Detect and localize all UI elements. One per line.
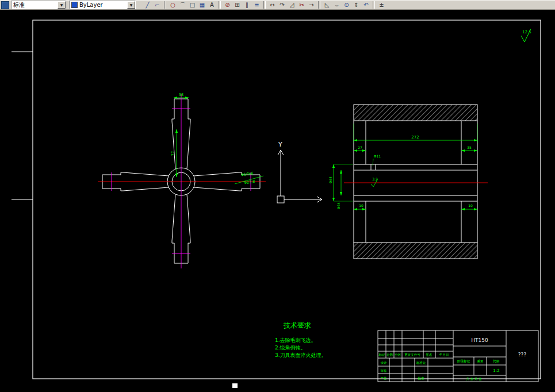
dim-16h6[interactable]: Φ16h6 bbox=[240, 171, 254, 178]
rotate-icon[interactable]: ↷ bbox=[277, 1, 287, 9]
layer-combo-dropdown-arrow[interactable]: ▼ bbox=[127, 1, 135, 9]
trim-icon[interactable]: ✂ bbox=[297, 1, 307, 9]
pan-icon[interactable]: ⇕ bbox=[351, 1, 361, 9]
fillet-icon[interactable]: ⌣ bbox=[332, 1, 342, 9]
cross-centerlines bbox=[98, 94, 266, 268]
circle-icon[interactable]: ○ bbox=[168, 1, 178, 9]
arc-icon[interactable]: ⌒ bbox=[178, 1, 187, 9]
dim-10-left[interactable]: 10 bbox=[359, 203, 363, 207]
tech-requirements-title: 技术要求 bbox=[283, 321, 311, 329]
role-review: 审核 bbox=[381, 369, 388, 372]
tech-requirement-item: 3.刀具表面淬火处理。 bbox=[275, 352, 327, 358]
cross-journal-view[interactable]: 38 77 Φ16h6 Φ22.8 bbox=[98, 93, 266, 268]
extend-icon[interactable]: → bbox=[307, 1, 316, 9]
text-icon[interactable]: A bbox=[207, 1, 217, 9]
technical-requirements: 技术要求 1.去除毛刺飞边。 2.锐角倒钝。 3.刀具表面淬火处理。 bbox=[275, 321, 327, 358]
copy-icon[interactable]: ⊞ bbox=[232, 1, 242, 9]
style-combo[interactable]: 标准 ▼ bbox=[11, 1, 66, 9]
layer-combo-value: ByLayer bbox=[79, 1, 103, 9]
roller-geometry[interactable] bbox=[354, 105, 477, 259]
zoom-icon[interactable]: ⊙ bbox=[342, 1, 351, 9]
title-block-grid bbox=[378, 330, 538, 382]
dim-44[interactable]: Φ44 bbox=[336, 202, 340, 210]
tech-requirement-item: 2.锐角倒钝。 bbox=[275, 345, 306, 351]
part-name-text: ??? bbox=[518, 352, 527, 358]
toolbar-separator bbox=[373, 1, 375, 9]
measure-icon[interactable]: ± bbox=[377, 1, 386, 9]
roller-dimensions[interactable]: 272 27 Φ11 35 Φ64 Φ44 3.2 10 10 bbox=[328, 124, 477, 209]
style-combo-value: 标准 bbox=[13, 1, 25, 9]
header-mark: 标记 bbox=[378, 353, 386, 357]
hatch-icon[interactable]: ▦ bbox=[197, 1, 207, 9]
offset-icon[interactable]: ≡ bbox=[252, 1, 262, 9]
dim-38[interactable]: 38 bbox=[179, 93, 183, 97]
sheet-bottom-mark bbox=[232, 383, 238, 388]
toolbar-separator bbox=[263, 1, 266, 9]
drawing-area[interactable]: 12.5 38 bbox=[0, 10, 555, 392]
chamfer-icon[interactable]: ◺ bbox=[322, 1, 332, 9]
style-combo-dropdown-arrow[interactable]: ▼ bbox=[58, 1, 66, 9]
undo-icon[interactable]: ↶ bbox=[361, 1, 371, 9]
scale-icon[interactable]: ◿ bbox=[287, 1, 297, 9]
bylayer-color-swatch bbox=[71, 2, 78, 8]
dim-11[interactable]: Φ11 bbox=[374, 154, 381, 158]
title-block[interactable]: 标记 处数 分区 更改文件号 签名 年月日 设计 标准化 审核 工艺 批准 阶段… bbox=[378, 330, 538, 382]
role-process: 工艺 bbox=[381, 376, 388, 380]
toolbar-separator bbox=[318, 1, 320, 9]
bottom-hatch-band bbox=[354, 243, 477, 259]
tech-requirement-item: 1.去除毛刺飞边。 bbox=[275, 337, 316, 343]
dim-22-8[interactable]: Φ22.8 bbox=[243, 179, 255, 186]
dim-64[interactable]: Φ64 bbox=[328, 176, 332, 184]
header-date: 年月日 bbox=[439, 353, 449, 357]
header-change-file: 更改文件号 bbox=[404, 353, 420, 356]
dim-35[interactable]: 35 bbox=[467, 145, 472, 149]
scale-label: 比例 bbox=[493, 359, 500, 363]
dim-10-right[interactable]: 10 bbox=[468, 203, 473, 207]
drawing-canvas[interactable]: 12.5 38 bbox=[0, 10, 555, 392]
ucs-icon: Y bbox=[277, 141, 322, 203]
rectangle-icon[interactable]: □ bbox=[187, 1, 197, 9]
material-text: HT150 bbox=[471, 337, 488, 343]
role-standardization: 标准化 bbox=[416, 361, 426, 365]
polyline-icon[interactable]: ⌐ bbox=[152, 1, 162, 9]
ucs-y-label: Y bbox=[278, 141, 282, 148]
dim-style-icon[interactable] bbox=[1, 1, 9, 9]
header-count: 处数 bbox=[387, 353, 394, 357]
draw-line-icon[interactable]: ╱ bbox=[143, 1, 152, 9]
weight-label: 重量 bbox=[477, 359, 484, 363]
dim-27[interactable]: 27 bbox=[358, 145, 362, 149]
layer-combo[interactable]: ByLayer ▼ bbox=[69, 1, 136, 9]
top-hatch-band bbox=[354, 105, 477, 121]
scale-value: 1:2 bbox=[493, 368, 499, 373]
stage-mark-label: 阶段标记 bbox=[457, 359, 470, 363]
header-signature: 签名 bbox=[426, 353, 432, 357]
move-icon[interactable]: ↔ bbox=[267, 1, 277, 9]
roller-section-view[interactable]: 272 27 Φ11 35 Φ64 Φ44 3.2 10 10 bbox=[328, 105, 488, 259]
erase-icon[interactable]: ⊘ bbox=[223, 1, 232, 9]
ucs-origin-box bbox=[277, 196, 284, 203]
dim-77[interactable]: 77 bbox=[171, 151, 175, 156]
toolbar: 标准 ▼ ByLayer ▼ ╱⌐○⌒□▦A⊘⊞∥≡↔↷◿✂→◺⌣⊙⇕↶± bbox=[0, 0, 555, 10]
toolbar-separator bbox=[164, 1, 166, 9]
header-zone: 分区 bbox=[395, 353, 402, 356]
toolbar-buttons: ╱⌐○⌒□▦A⊘⊞∥≡↔↷◿✂→◺⌣⊙⇕↶± bbox=[143, 1, 386, 9]
cross-dimensions[interactable]: 38 77 Φ16h6 Φ22.8 bbox=[171, 93, 263, 185]
toolbar-separator bbox=[219, 1, 221, 9]
role-approve: 批准 bbox=[418, 376, 425, 381]
dim-272[interactable]: 272 bbox=[411, 135, 419, 140]
role-design: 设计 bbox=[381, 361, 388, 364]
sheets-label: 共 张 第 张 bbox=[465, 377, 482, 381]
surface-roughness-symbol: 12.5 bbox=[521, 29, 531, 42]
mirror-icon[interactable]: ∥ bbox=[242, 1, 252, 9]
